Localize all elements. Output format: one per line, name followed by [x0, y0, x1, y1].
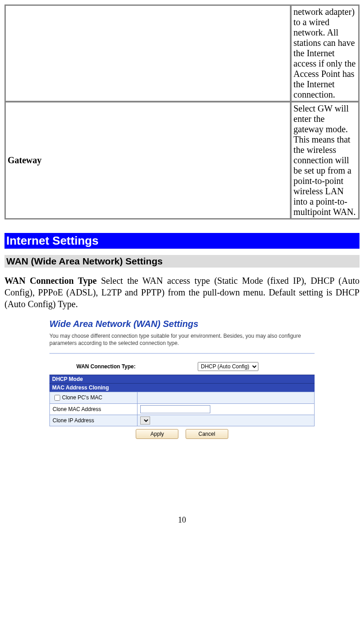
table-row-1-desc: network adapter) to a wired network. All… — [291, 5, 359, 101]
table-row: Clone PC's MAC — [50, 392, 315, 404]
internet-settings-heading: Internet Settings — [4, 233, 360, 249]
table-row-2-label: Gateway — [5, 102, 290, 219]
clone-mac-addr-label: Clone MAC Address — [50, 404, 138, 415]
wan-settings-heading: WAN (Wide Area Network) Settings — [4, 255, 360, 268]
clone-pc-mac-checkbox[interactable] — [54, 395, 60, 401]
mac-cloning-bar: MAC Address Cloning — [49, 383, 315, 392]
definition-table: network adapter) to a wired network. All… — [4, 4, 360, 219]
clone-pc-mac-value-cell — [138, 392, 315, 404]
wan-panel-divider — [49, 353, 315, 354]
button-row: Apply Cancel — [49, 429, 315, 439]
clone-mac-addr-input[interactable] — [140, 405, 210, 413]
wan-settings-panel: Wide Area Network (WAN) Settings You may… — [49, 319, 315, 439]
wan-conn-row: WAN Connection Type: DHCP (Auto Config) — [49, 362, 315, 371]
clone-ip-addr-label: Clone IP Address — [50, 415, 138, 426]
clone-pc-mac-label: Clone PC's MAC — [62, 394, 102, 401]
table-row: Clone IP Address — [50, 415, 315, 426]
mac-cloning-table: Clone PC's MAC Clone MAC Address Clone I… — [49, 392, 315, 426]
clone-ip-addr-select[interactable] — [140, 416, 150, 425]
table-row: Clone MAC Address — [50, 404, 315, 415]
table-row-1-label — [5, 5, 290, 101]
clone-ip-addr-value-cell — [138, 415, 315, 426]
clone-mac-addr-value-cell — [138, 404, 315, 415]
wan-conn-type-lead: WAN Connection Type — [4, 276, 97, 286]
clone-pc-mac-cell: Clone PC's MAC — [50, 392, 138, 404]
cancel-button[interactable]: Cancel — [186, 429, 228, 439]
wan-panel-title: Wide Area Network (WAN) Settings — [49, 319, 315, 329]
apply-button[interactable]: Apply — [136, 429, 178, 439]
dhcp-mode-bar: DHCP Mode — [49, 375, 315, 383]
table-row-2-desc: Select GW will enter the gateway mode. T… — [291, 102, 359, 219]
wan-conn-select[interactable]: DHCP (Auto Config) — [198, 362, 258, 371]
page-number: 10 — [4, 515, 360, 525]
wan-panel-intro: You may choose different connection type… — [49, 333, 315, 347]
wan-conn-type-para: WAN Connection Type Select the WAN acces… — [4, 275, 360, 310]
wan-conn-label: WAN Connection Type: — [76, 363, 198, 370]
